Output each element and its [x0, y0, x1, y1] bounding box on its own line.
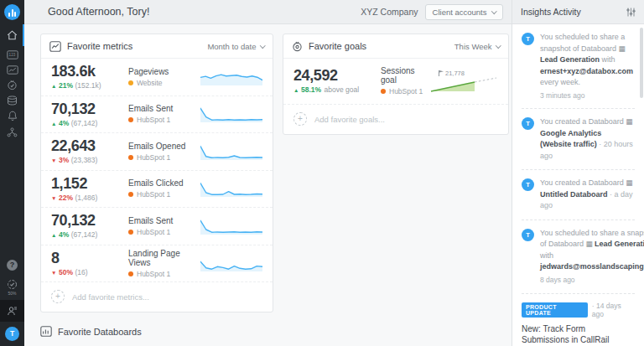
- client-accounts-dropdown[interactable]: Client accounts: [425, 4, 503, 20]
- chevron-down-icon: [491, 8, 496, 13]
- activity-segment: You created a Databoard: [540, 117, 626, 126]
- metric-value: 183.6k: [51, 64, 128, 80]
- metric-source-label: HubSpot 1: [137, 228, 170, 236]
- favorite-metrics-header: Favorite metrics Month to date: [41, 34, 273, 59]
- setup-progress-icon[interactable]: 50%: [0, 277, 24, 297]
- goals-icon[interactable]: [0, 76, 24, 93]
- source-dot-icon: [128, 271, 133, 276]
- metric-source: Website: [128, 79, 200, 87]
- user-avatar[interactable]: T: [0, 325, 24, 342]
- activity-item[interactable]: TYou created a Databoard ▦ Untitled Data…: [522, 170, 635, 220]
- metric-delta-percent: 4%: [59, 230, 69, 239]
- metrics-range-dropdown[interactable]: Month to date: [207, 42, 264, 51]
- metric-row[interactable]: 22,643▼3%(23,383)Emails OpenedHubSpot 1: [41, 133, 273, 171]
- insights-scrollbar-thumb[interactable]: [640, 28, 643, 98]
- activity-list: TYou scheduled to share a snapshot of Da…: [512, 24, 644, 346]
- add-favorite-metrics-label: Add favorite metrics...: [72, 292, 149, 302]
- source-dot-icon: [128, 80, 133, 85]
- goal-delta-percent: 58.1%: [301, 85, 321, 94]
- product-update-title: New: Track Form Submissions in CallRail: [522, 323, 635, 345]
- activity-item[interactable]: TYou scheduled to share a snapshot of Da…: [522, 220, 635, 294]
- metric-name-col: Emails ClickedHubSpot 1: [128, 178, 200, 199]
- metric-row[interactable]: 8▼50%(16)Landing Page ViewsHubSpot 1: [41, 245, 273, 283]
- metric-source: HubSpot 1: [128, 228, 200, 236]
- filter-icon[interactable]: [626, 8, 636, 17]
- metric-name: Emails Opened: [128, 142, 200, 151]
- metric-row[interactable]: 183.6k▲21%(152.1k)PageviewsWebsite: [41, 59, 273, 96]
- account-switcher-icon[interactable]: [0, 300, 24, 322]
- delta-down-arrow-icon: ▼: [51, 158, 56, 163]
- metric-name: Emails Sent: [128, 216, 200, 225]
- help-icon[interactable]: ?: [0, 256, 24, 273]
- metric-value-col: 22,643▼3%(23,383): [51, 138, 128, 164]
- metric-name-col: PageviewsWebsite: [128, 67, 200, 87]
- activity-item[interactable]: TYou created a Databoard ▦ Google Analyt…: [522, 109, 635, 170]
- scorecards-icon[interactable]: 123: [0, 46, 24, 63]
- metric-value: 70,132: [51, 101, 128, 117]
- metric-sparkline: [200, 254, 262, 272]
- metric-name: Emails Clicked: [128, 178, 200, 188]
- product-update-timestamp: · 14 days ago: [592, 302, 635, 318]
- metric-delta-percent: 3%: [59, 156, 69, 164]
- activity-link[interactable]: jedwards@mosslandscaping.com: [540, 262, 644, 271]
- metric-source: HubSpot 1: [128, 190, 200, 199]
- favorite-metrics-card: Favorite metrics Month to date 183.6k▲21…: [40, 34, 273, 312]
- source-dot-icon: [128, 117, 133, 122]
- metric-name: Emails Sent: [128, 104, 200, 113]
- databoard-icon: ▦: [586, 240, 595, 248]
- setup-progress-label: 50%: [8, 291, 16, 296]
- metric-delta-percent: 4%: [59, 119, 69, 127]
- activity-link[interactable]: Google Analytics (Website traffic): [540, 129, 601, 149]
- favorite-goals-card: Favorite goals This Week 24,592 ▲ 58.1% …: [283, 34, 509, 135]
- add-favorite-goals-button[interactable]: + Add favorite goals...: [283, 105, 508, 134]
- databoards-icon[interactable]: [0, 92, 24, 109]
- alerts-icon[interactable]: [0, 107, 24, 124]
- favorite-goals-title: Favorite goals: [309, 41, 366, 51]
- goal-value: 24,592: [293, 68, 381, 84]
- main-area: Good Afternoon, Tory! XYZ Company Client…: [24, 0, 512, 346]
- metric-value-col: 183.6k▲21%(152.1k): [51, 64, 128, 90]
- activity-link[interactable]: Untitled Databoard: [540, 190, 608, 199]
- activity-timestamp: 3 minutes ago: [540, 90, 635, 101]
- metric-previous-value: (67,142): [71, 119, 98, 127]
- goal-name: Sessions goal: [381, 66, 428, 85]
- activity-link[interactable]: ernest+xyz@databox.com: [540, 67, 633, 75]
- activity-avatar: T: [522, 33, 534, 45]
- metric-name: Landing Page Views: [128, 249, 200, 267]
- product-update-header: PRODUCT UPDATE· 14 days ago: [522, 302, 635, 318]
- metrics-icon[interactable]: [0, 61, 24, 78]
- metric-previous-value: (67,142): [71, 230, 98, 239]
- add-favorite-metrics-button[interactable]: + Add favorite metrics...: [41, 282, 273, 312]
- activity-segment: You created a Databoard: [540, 178, 626, 187]
- delta-down-arrow-icon: ▼: [51, 195, 56, 201]
- metric-delta: ▼50%(16): [51, 268, 128, 276]
- source-dot-icon: [381, 89, 386, 94]
- metric-sparkline: [200, 68, 262, 86]
- source-dot-icon: [128, 192, 133, 197]
- client-accounts-label: Client accounts: [433, 8, 487, 17]
- metric-value-col: 70,132▲4%(67,142): [51, 213, 128, 239]
- activity-item[interactable]: TYou scheduled to share a snapshot of Da…: [522, 24, 635, 109]
- metric-delta-percent: 22%: [59, 194, 73, 202]
- activity-link[interactable]: Lead Generation: [595, 240, 644, 248]
- integrations-icon[interactable]: [0, 124, 24, 141]
- metric-name-col: Emails OpenedHubSpot 1: [128, 142, 200, 162]
- metric-row[interactable]: 70,132▲4%(67,142)Emails SentHubSpot 1: [41, 96, 273, 134]
- top-bar: Good Afternoon, Tory! XYZ Company Client…: [24, 0, 512, 24]
- activity-avatar: T: [522, 229, 534, 241]
- activity-segment: with: [600, 55, 615, 64]
- home-icon[interactable]: [0, 27, 24, 44]
- activity-avatar: T: [522, 117, 534, 130]
- metric-value: 1,152: [51, 176, 128, 192]
- goals-range-dropdown[interactable]: This Week: [454, 42, 500, 51]
- metric-previous-value: (16): [75, 268, 87, 276]
- activity-text: You scheduled to share a snapshot of Dat…: [540, 32, 635, 101]
- metric-source-label: HubSpot 1: [137, 153, 170, 162]
- metric-value: 8: [51, 250, 128, 266]
- metric-row[interactable]: 70,132▲4%(67,142)Emails SentHubSpot 1: [41, 208, 273, 245]
- activity-link[interactable]: Lead Generation: [540, 55, 600, 64]
- activity-avatar: T: [522, 178, 534, 191]
- favorite-databoards-section[interactable]: Favorite Databoards: [40, 326, 142, 337]
- databox-logo-icon[interactable]: [4, 4, 20, 20]
- metric-row[interactable]: 1,152▼22%(1,486)Emails ClickedHubSpot 1: [41, 171, 273, 209]
